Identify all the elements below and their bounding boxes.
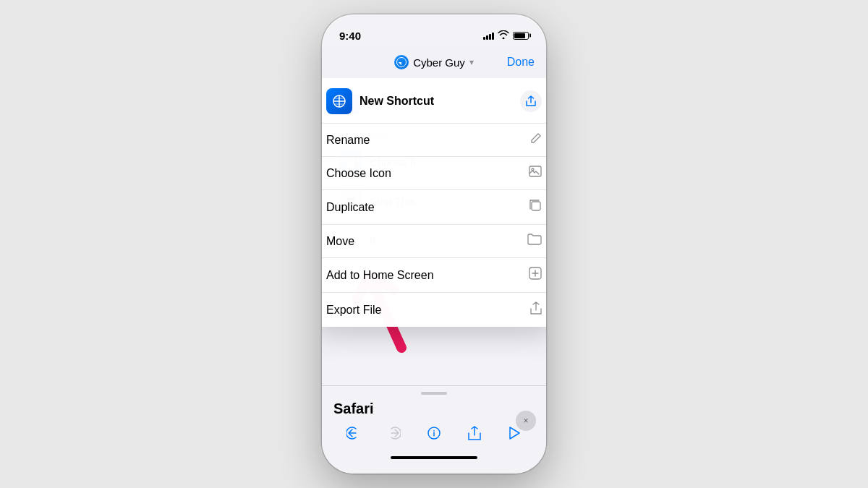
pencil-icon <box>530 132 542 147</box>
shortcuts-navbar: Cyber Guy ▾ Done <box>322 46 546 78</box>
bottom-sheet: Safari × <box>322 385 546 474</box>
info-button[interactable] <box>421 420 447 446</box>
nav-title-area: Cyber Guy ▾ <box>394 55 474 69</box>
status-bar: 9:40 <box>322 14 546 46</box>
move-label: Move <box>326 235 354 248</box>
signal-bars-icon <box>483 31 494 40</box>
menu-item-export[interactable]: Export File <box>322 293 546 327</box>
menu-item-move[interactable]: Move <box>322 225 546 258</box>
svg-rect-7 <box>532 202 540 210</box>
done-button[interactable]: Done <box>507 56 535 69</box>
wifi-icon <box>498 30 509 41</box>
battery-fill <box>514 33 525 38</box>
menu-item-rename[interactable]: Rename <box>322 124 546 157</box>
forward-button[interactable] <box>380 420 407 446</box>
choose-icon-label: Choose Icon <box>326 167 391 180</box>
svg-point-6 <box>532 168 534 171</box>
chevron-down-icon: ▾ <box>469 57 474 67</box>
signal-bar-1 <box>483 37 485 40</box>
safari-toolbar <box>322 417 546 452</box>
signal-bar-4 <box>492 33 494 40</box>
back-button[interactable] <box>341 420 367 446</box>
nav-title-text: Cyber Guy <box>413 56 465 69</box>
share-button[interactable] <box>461 420 488 446</box>
duplicate-icon <box>529 199 542 215</box>
add-home-label: Add to Home Screen <box>326 269 434 282</box>
export-label: Export File <box>326 304 381 317</box>
add-square-icon <box>529 267 542 283</box>
menu-item-duplicate[interactable]: Duplicate <box>322 190 546 225</box>
close-icon: × <box>523 416 528 426</box>
battery-icon <box>513 32 529 40</box>
safari-sheet-header: Safari × <box>322 401 546 417</box>
share-icon <box>530 301 542 318</box>
menu-item-add-home[interactable]: Add to Home Screen <box>322 258 546 293</box>
sheet-handle <box>421 392 447 395</box>
menu-shortcut-app-icon <box>326 88 352 114</box>
home-indicator <box>391 456 477 459</box>
context-menu: New Shortcut Rename <box>322 78 546 327</box>
image-icon <box>529 166 542 181</box>
shortcuts-app-icon <box>394 55 409 69</box>
signal-bar-2 <box>486 35 488 40</box>
shortcuts-background: 🌐 Open www.cyber... Next Action Su... 📋 … <box>322 78 546 394</box>
menu-item-choose-icon[interactable]: Choose Icon <box>322 157 546 190</box>
folder-icon <box>527 234 542 249</box>
safari-title: Safari <box>322 398 386 422</box>
menu-header: New Shortcut <box>322 78 546 124</box>
status-icons <box>483 30 529 41</box>
duplicate-label: Duplicate <box>326 201 375 214</box>
status-time: 9:40 <box>339 30 361 42</box>
menu-share-button[interactable] <box>520 90 542 112</box>
safari-close-button[interactable]: × <box>516 411 536 431</box>
menu-shortcut-info: New Shortcut <box>326 88 434 114</box>
phone-frame: 9:40 Cyber Guy ▾ <box>322 14 546 474</box>
main-area: 🌐 Open www.cyber... Next Action Su... 📋 … <box>322 78 546 474</box>
menu-shortcut-name: New Shortcut <box>359 95 434 108</box>
rename-label: Rename <box>326 134 370 147</box>
signal-bar-3 <box>489 34 491 40</box>
